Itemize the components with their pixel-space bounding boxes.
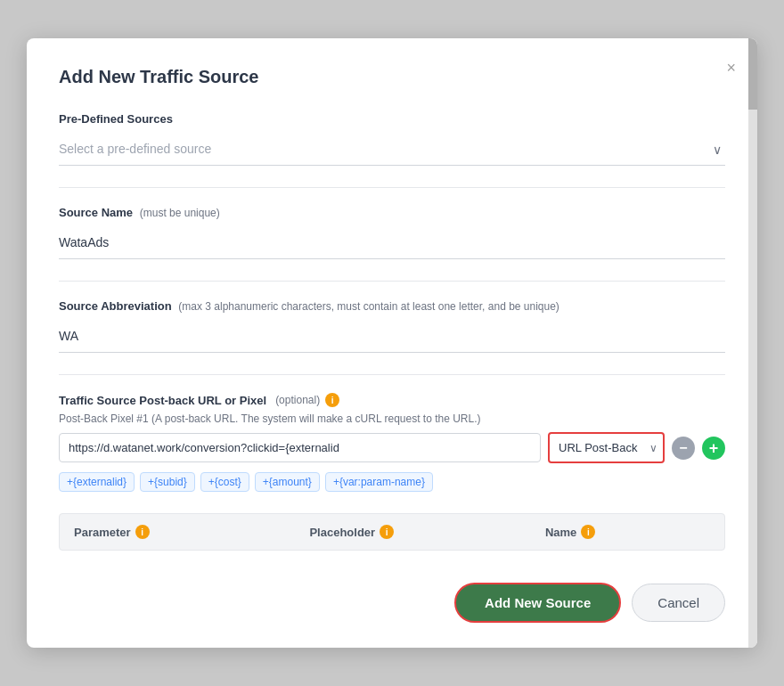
predefined-sources-wrapper: Select a pre-defined source ∨: [59, 133, 725, 166]
token-chip-1[interactable]: +{subid}: [140, 472, 195, 492]
predefined-sources-label: Pre-Defined Sources: [59, 112, 725, 126]
source-name-input[interactable]: [59, 226, 725, 259]
postback-sublabel: (optional): [275, 394, 320, 406]
add-pixel-button[interactable]: +: [702, 437, 725, 460]
source-name-section: Source Name (must be unique): [59, 206, 725, 259]
pixel-label: Post-Back Pixel #1 (A post-back URL. The…: [59, 412, 725, 425]
postback-section: Traffic Source Post-back URL or Pixel (o…: [59, 393, 725, 492]
placeholder-info-icon[interactable]: i: [380, 525, 394, 539]
source-name-sublabel: (must be unique): [140, 207, 220, 219]
modal-title: Add New Traffic Source: [59, 67, 725, 87]
pixel-type-select[interactable]: URL Post-Back Pixel (IMG) JavaScript: [550, 434, 663, 461]
table-header: Parameter i Placeholder i Name i: [59, 513, 725, 551]
postback-label: Traffic Source Post-back URL or Pixel: [59, 394, 266, 407]
remove-pixel-button[interactable]: −: [672, 437, 695, 460]
table-column-name: Name i: [545, 525, 710, 539]
pixel-url-input[interactable]: [59, 433, 541, 462]
modal-footer: Add New Source Cancel: [59, 568, 725, 623]
add-new-source-button[interactable]: Add New Source: [454, 583, 621, 623]
token-chips: +{externalid}+{subid}+{cost}+{amount}+{v…: [59, 472, 725, 492]
pixel-row: URL Post-Back Pixel (IMG) JavaScript ∨ −…: [59, 432, 725, 463]
token-chip-3[interactable]: +{amount}: [255, 472, 320, 492]
cancel-button[interactable]: Cancel: [632, 584, 725, 622]
modal-dialog: × Add New Traffic Source Pre-Defined Sou…: [27, 38, 757, 648]
name-info-icon[interactable]: i: [581, 525, 595, 539]
close-button[interactable]: ×: [723, 56, 739, 79]
source-abbreviation-label: Source Abbreviation (max 3 alphanumeric …: [59, 299, 725, 313]
modal-overlay: × Add New Traffic Source Pre-Defined Sou…: [0, 0, 784, 686]
postback-info-icon[interactable]: i: [325, 393, 339, 407]
token-chip-0[interactable]: +{externalid}: [59, 472, 135, 492]
predefined-sources-section: Pre-Defined Sources Select a pre-defined…: [59, 112, 725, 166]
source-abbreviation-section: Source Abbreviation (max 3 alphanumeric …: [59, 299, 725, 353]
scrollbar-thumb[interactable]: [748, 38, 757, 110]
table-column-parameter: Parameter i: [74, 525, 309, 539]
table-column-placeholder: Placeholder i: [309, 525, 544, 539]
source-abbreviation-input[interactable]: [59, 320, 725, 353]
token-chip-4[interactable]: +{var:param-name}: [325, 472, 433, 492]
pixel-type-wrapper: URL Post-Back Pixel (IMG) JavaScript ∨: [548, 432, 665, 463]
source-abbreviation-sublabel: (max 3 alphanumeric characters, must con…: [178, 300, 559, 313]
predefined-sources-select[interactable]: Select a pre-defined source: [59, 133, 725, 166]
divider-1: [59, 187, 725, 188]
source-name-label: Source Name (must be unique): [59, 206, 725, 219]
divider-2: [59, 281, 725, 282]
postback-label-row: Traffic Source Post-back URL or Pixel (o…: [59, 393, 725, 407]
divider-3: [59, 374, 725, 375]
token-chip-2[interactable]: +{cost}: [200, 472, 249, 492]
parameter-info-icon[interactable]: i: [135, 525, 150, 539]
